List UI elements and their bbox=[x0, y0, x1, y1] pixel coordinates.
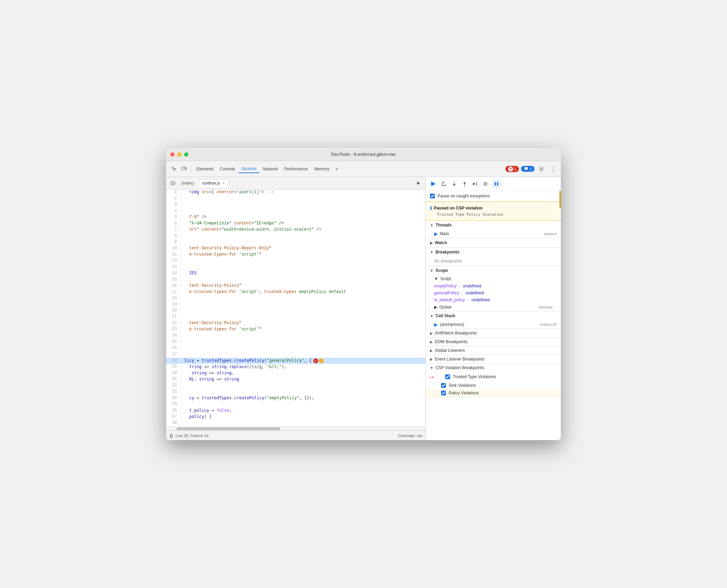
tab-performance[interactable]: Performance bbox=[281, 165, 311, 173]
run-snippet-button[interactable] bbox=[414, 179, 423, 187]
main-content: (index) runtime.js ✕ 1 <img src=1 oner bbox=[166, 177, 561, 440]
scope-script-header[interactable]: ▼ Script bbox=[426, 275, 561, 283]
step-over-button[interactable] bbox=[439, 179, 449, 189]
threads-header[interactable]: ▼ Threads bbox=[426, 221, 561, 230]
tab-elements[interactable]: Elements bbox=[194, 165, 216, 173]
code-line-17: 17 e-trusted-types-for 'script'; trusted… bbox=[166, 289, 425, 295]
scope-header[interactable]: ▼ Scope bbox=[426, 266, 561, 275]
code-line-7: 7 ort" content="width=device-width, init… bbox=[166, 227, 425, 233]
status-bar: {} Line 28, Column 42 Coverage: n/a bbox=[166, 430, 425, 440]
horizontal-scrollbar[interactable] bbox=[166, 426, 425, 430]
policy-violations-checkbox[interactable] bbox=[441, 391, 446, 395]
close-tab-icon[interactable]: ✕ bbox=[222, 181, 225, 185]
tab-more[interactable]: » bbox=[333, 165, 341, 173]
code-editor[interactable]: 1 <img src=1 onerror='alert(1)'> --> 2 3… bbox=[166, 189, 425, 426]
svg-marker-5 bbox=[432, 182, 436, 186]
right-panel-scroll[interactable]: Pause on caught exceptions ℹ Paused on C… bbox=[426, 191, 561, 440]
step-button[interactable] bbox=[470, 179, 480, 189]
debugger-toolbar bbox=[426, 177, 561, 191]
resume-button[interactable] bbox=[429, 179, 438, 189]
code-line-11: 11 e-trusted-types-for 'script'" bbox=[166, 252, 425, 258]
tab-memory[interactable]: Memory bbox=[312, 165, 332, 173]
error-badge[interactable]: ✕ 1 bbox=[505, 166, 519, 172]
step-out-button[interactable] bbox=[460, 179, 469, 189]
code-line-37: 37 policy) { bbox=[166, 414, 425, 420]
red-arrow-icon: → bbox=[427, 372, 436, 382]
svg-rect-1 bbox=[186, 168, 187, 170]
sink-violations-checkbox[interactable] bbox=[441, 383, 446, 388]
code-line-25: 25 bbox=[166, 339, 425, 345]
trusted-type-checkbox[interactable] bbox=[445, 374, 450, 379]
cursor-tool-button[interactable] bbox=[169, 164, 179, 174]
svg-marker-11 bbox=[453, 184, 456, 186]
code-line-5: 5 f-8" /> bbox=[166, 214, 425, 221]
csp-breakpoints-header[interactable]: ▼ CSP Violation Breakpoints bbox=[426, 364, 561, 372]
file-tab-runtime[interactable]: runtime.js ✕ bbox=[198, 179, 229, 187]
event-breakpoints-header[interactable]: ▶ Event Listener Breakpoints bbox=[426, 355, 561, 363]
maximize-button[interactable] bbox=[184, 152, 188, 157]
code-line-3: 3 bbox=[166, 202, 425, 208]
trusted-type-violations-item: Trusted Type Violations bbox=[437, 373, 561, 381]
more-options-button[interactable]: ⋮ bbox=[548, 164, 558, 174]
device-toggle-button[interactable] bbox=[179, 164, 189, 174]
svg-rect-18 bbox=[495, 182, 496, 186]
watch-label: Watch bbox=[435, 240, 447, 245]
scope-triangle: ▼ bbox=[430, 269, 433, 273]
code-line-18: 18 bbox=[166, 295, 425, 302]
deactivate-breakpoints-button[interactable] bbox=[481, 179, 490, 189]
tab-sources[interactable]: Sources bbox=[239, 165, 259, 173]
step-into-button[interactable] bbox=[449, 179, 459, 189]
file-tab-index[interactable]: (index) bbox=[178, 179, 198, 187]
call-stack-arrow-icon: ▶ bbox=[434, 322, 438, 327]
format-icon[interactable]: {} bbox=[170, 433, 173, 438]
traffic-lights bbox=[170, 152, 188, 157]
scrollbar-thumb[interactable] bbox=[177, 427, 280, 430]
code-line-36: 36 t_policy = false; bbox=[166, 408, 425, 414]
call-stack-header[interactable]: ▼ Call Stack bbox=[426, 311, 561, 320]
global-triangle: ▶ bbox=[430, 349, 433, 353]
global-listeners-section: ▶ Global Listeners bbox=[426, 346, 561, 355]
threads-label: Threads bbox=[436, 223, 452, 228]
no-breakpoints-msg: No breakpoints bbox=[426, 257, 561, 266]
tab-network[interactable]: Network bbox=[260, 165, 281, 173]
right-panel: Pause on caught exceptions ℹ Paused on C… bbox=[426, 177, 561, 440]
csp-violation-banner: ℹ Paused on CSP violation Trusted Type P… bbox=[426, 202, 561, 221]
toolbar-right: ✕ 1 💬 1 ⋮ bbox=[505, 164, 558, 174]
csp-banner-detail: Trusted Type Policy Violation bbox=[430, 212, 557, 217]
code-line-16: 16 tent-Security-Policy" bbox=[166, 283, 425, 289]
dom-triangle: ▶ bbox=[430, 340, 433, 344]
code-line-4: 4 bbox=[166, 208, 425, 214]
dom-breakpoints-header[interactable]: ▶ DOM Breakpoints bbox=[426, 338, 561, 346]
scope-script-label: Script bbox=[440, 276, 451, 281]
close-button[interactable] bbox=[170, 152, 174, 157]
threads-triangle: ▼ bbox=[430, 223, 433, 227]
file-tabs: (index) runtime.js ✕ bbox=[166, 177, 425, 189]
coverage-info: Coverage: n/a bbox=[398, 434, 422, 438]
code-line-21: 21 bbox=[166, 314, 425, 320]
sink-violations-item: Sink Violations bbox=[426, 382, 561, 389]
pause-caught-section: Pause on caught exceptions bbox=[426, 191, 561, 202]
pause-caught-checkbox[interactable] bbox=[430, 194, 435, 198]
call-stack-item-anonymous: ▶ (anonymous) (index):28 bbox=[426, 320, 561, 329]
breakpoints-label: Breakpoints bbox=[436, 250, 459, 255]
file-panel-toggle[interactable] bbox=[169, 179, 177, 187]
settings-button[interactable] bbox=[537, 164, 546, 174]
toolbar-separator-1 bbox=[191, 166, 191, 172]
code-line-12: 12 bbox=[166, 258, 425, 264]
svg-rect-0 bbox=[182, 167, 185, 170]
xhr-breakpoints-header[interactable]: ▶ XHR/fetch Breakpoints bbox=[426, 329, 561, 337]
global-listeners-header[interactable]: ▶ Global Listeners bbox=[426, 346, 561, 355]
msg-badge[interactable]: 💬 1 bbox=[521, 166, 535, 172]
watch-header[interactable]: ▶ Watch bbox=[426, 238, 561, 247]
error-icon: ✕ bbox=[508, 167, 513, 171]
minimize-button[interactable] bbox=[177, 152, 181, 157]
devtools-window: DevTools - tt-enforced.glitch.me/ Elemen… bbox=[166, 148, 561, 440]
csp-label: CSP Violation Breakpoints bbox=[436, 365, 484, 370]
scope-global-header[interactable]: ▶ Global Window bbox=[426, 303, 561, 311]
code-line-9: 9 bbox=[166, 239, 425, 246]
code-line-33: 33 bbox=[166, 389, 425, 395]
xhr-breakpoints-section: ▶ XHR/fetch Breakpoints bbox=[426, 329, 561, 338]
pause-button[interactable] bbox=[492, 179, 501, 189]
breakpoints-header[interactable]: ▼ Breakpoints bbox=[426, 248, 561, 257]
tab-console[interactable]: Console bbox=[217, 165, 238, 173]
